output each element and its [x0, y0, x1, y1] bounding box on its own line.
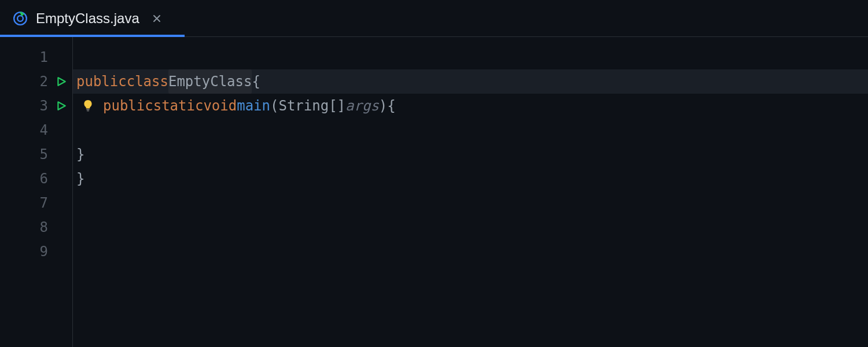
svg-rect-2 — [86, 109, 90, 110]
keyword: public — [103, 94, 153, 118]
line-number: 2 — [32, 69, 48, 94]
paren: ( — [270, 94, 278, 118]
gutter-row: 7 — [0, 191, 72, 215]
svg-rect-3 — [87, 110, 89, 111]
code-line[interactable] — [73, 215, 868, 239]
code-line[interactable]: public class EmptyClass { — [73, 69, 868, 94]
tab-emptyclass[interactable]: EmptyClass.java — [0, 0, 175, 36]
code-line[interactable]: } — [73, 167, 868, 191]
line-number: 7 — [32, 191, 48, 215]
gutter-row: 5 — [0, 142, 72, 167]
type: String — [278, 94, 329, 118]
line-number: 5 — [32, 142, 48, 167]
line-number: 3 — [32, 94, 48, 118]
line-number: 1 — [32, 45, 48, 69]
close-icon[interactable] — [151, 13, 163, 24]
svg-point-0 — [14, 12, 27, 25]
gutter-row: 1 — [0, 45, 72, 69]
code-line[interactable] — [73, 191, 868, 215]
keyword: void — [203, 94, 237, 118]
gutter-row: 9 — [0, 239, 72, 264]
code-line[interactable] — [73, 239, 868, 264]
gutter-spacer — [55, 51, 68, 64]
java-class-icon — [13, 11, 28, 26]
gutter-spacer — [55, 172, 68, 185]
gutter-row: 3 — [0, 94, 72, 118]
brackets: [] — [329, 94, 345, 118]
line-number: 9 — [32, 239, 48, 264]
paren: ) — [379, 94, 387, 118]
lightbulb-icon[interactable] — [80, 99, 96, 112]
gutter-spacer — [55, 124, 68, 136]
brace: } — [76, 167, 84, 191]
gutter-row: 4 — [0, 118, 72, 142]
code-line[interactable]: } — [73, 142, 868, 167]
code-line[interactable] — [73, 45, 868, 69]
tab-bar: EmptyClass.java — [0, 0, 868, 37]
run-icon[interactable] — [55, 99, 68, 112]
brace: { — [387, 94, 395, 118]
gutter-spacer — [55, 245, 68, 258]
gutter-row: 6 — [0, 167, 72, 191]
line-number: 6 — [32, 167, 48, 191]
line-number: 8 — [32, 215, 48, 239]
method-name: main — [237, 94, 270, 118]
gutter-spacer — [55, 221, 68, 234]
code-line[interactable] — [73, 118, 868, 142]
line-number: 4 — [32, 118, 48, 142]
gutter-row: 8 — [0, 215, 72, 239]
code-area[interactable]: public class EmptyClass { public static … — [73, 37, 868, 347]
editor: 1 2 3 4 5 6 7 — [0, 37, 868, 347]
keyword: public — [76, 69, 127, 94]
gutter-spacer — [55, 197, 68, 209]
class-name: EmptyClass — [168, 69, 252, 94]
gutter: 1 2 3 4 5 6 7 — [0, 37, 73, 347]
tab-title: EmptyClass.java — [36, 10, 139, 27]
code-line[interactable]: public static void main(String[] args) { — [73, 94, 868, 118]
brace: { — [252, 69, 260, 94]
parameter: args — [345, 94, 379, 118]
gutter-spacer — [55, 148, 68, 161]
keyword: class — [127, 69, 168, 94]
keyword: static — [153, 94, 204, 118]
gutter-row: 2 — [0, 69, 72, 94]
brace: } — [76, 142, 84, 167]
svg-point-1 — [17, 16, 23, 21]
run-icon[interactable] — [55, 75, 68, 88]
